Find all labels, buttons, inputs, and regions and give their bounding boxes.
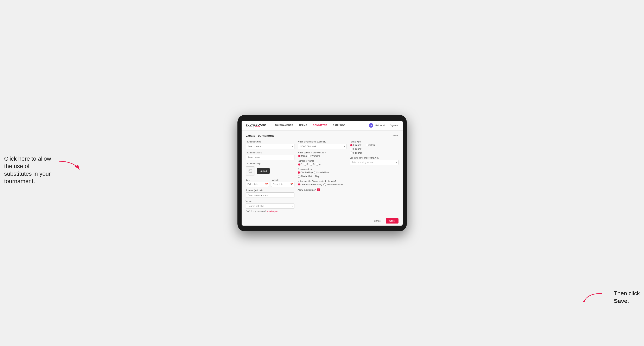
form-grid: Tournament Host Tournament name Tourname… — [246, 141, 398, 213]
tournament-name-group: Tournament name — [246, 152, 294, 160]
division-group: Which division is the event for? NCAA Di… — [298, 141, 346, 149]
nav-user: B blair admin | Sign out — [369, 123, 398, 128]
gender-womens[interactable]: Womens — [308, 155, 320, 157]
round-4-label: 4 — [319, 163, 320, 165]
format-6count5[interactable]: 6 count 5 — [350, 152, 398, 154]
gender-mens-radio[interactable] — [298, 155, 300, 157]
venue-select-wrapper — [246, 203, 294, 209]
scoring-match[interactable]: Match Play — [314, 171, 329, 174]
round-1-radio[interactable] — [298, 163, 300, 166]
tournament-host-group: Tournament Host — [246, 141, 294, 149]
gender-label: Which gender is the event for? — [298, 152, 346, 154]
scoring-medal-match-label: Medal Match Play — [301, 175, 319, 177]
start-date-group: date 📅 — [246, 178, 269, 187]
round-4[interactable]: 4 — [316, 163, 320, 166]
scoring-medal-match-radio[interactable] — [298, 175, 300, 178]
nav-links: TOURNAMENTS TEAMS COMMITTEE RANKINGS — [272, 121, 369, 131]
venue-email-link[interactable]: email support — [267, 210, 279, 213]
arrow-left — [57, 159, 82, 172]
division-label: Which division is the event for? — [298, 141, 346, 143]
end-date-wrapper: 📅 — [271, 182, 294, 187]
tournament-logo-group: Tournament logo Upload — [246, 163, 294, 175]
format-other-label: Other — [370, 144, 375, 146]
gender-womens-label: Womens — [311, 155, 320, 157]
teams-radio[interactable] — [298, 183, 300, 186]
scoring-stroke-radio[interactable] — [298, 171, 300, 174]
gender-radio-group: Mens Womens — [298, 155, 346, 157]
scoring-label: Scoring system — [298, 168, 346, 170]
cancel-button[interactable]: Cancel — [372, 218, 384, 223]
venue-input[interactable] — [246, 203, 294, 209]
gender-mens[interactable]: Mens — [298, 155, 307, 157]
end-date-icon: 📅 — [290, 183, 293, 185]
format-other[interactable]: Other — [366, 144, 375, 146]
format-6count4[interactable]: 6 count 4 — [350, 148, 398, 150]
substitutes-checkbox-label[interactable]: Allow substitutes? — [298, 188, 346, 191]
gender-group: Which gender is the event for? Mens Wome… — [298, 152, 346, 157]
nav-rankings[interactable]: RANKINGS — [330, 121, 348, 131]
scoring-stroke[interactable]: Stroke Play — [298, 171, 313, 174]
individuals-radio[interactable] — [323, 183, 326, 186]
annotation-right-line2: Save. — [614, 298, 629, 304]
venue-group: Venue Can't find your venue? email suppo… — [246, 200, 294, 213]
format-other-radio[interactable] — [366, 144, 368, 146]
round-3-radio[interactable] — [310, 163, 312, 166]
format-5count4-radio[interactable] — [350, 144, 352, 146]
round-1[interactable]: 1 — [298, 163, 302, 166]
back-link[interactable]: ‹ Back — [392, 134, 398, 137]
api-label: Use third-party live scoring API? — [350, 157, 398, 159]
teams-plus-individuals[interactable]: Teams (+Individuals) — [298, 183, 322, 186]
round-2[interactable]: 2 — [304, 163, 308, 166]
page-content: Create Tournament ‹ Back Tournament Host… — [242, 131, 403, 216]
format-6count5-radio[interactable] — [350, 152, 352, 154]
rounds-radio-group: 1 2 3 4 — [298, 163, 346, 166]
venue-hint: Can't find your venue? email support — [246, 210, 294, 213]
rounds-group: Number of rounds 1 2 — [298, 160, 346, 166]
round-3[interactable]: 3 — [310, 163, 314, 166]
individuals-only[interactable]: Individuals Only — [323, 183, 343, 186]
date-group: date 📅 End date 📅 — [246, 178, 294, 187]
page-footer: Cancel Save — [242, 216, 403, 226]
tournament-logo-label: Tournament logo — [246, 163, 294, 165]
signout-link[interactable]: Sign out — [390, 124, 398, 127]
nav-teams[interactable]: TEAMS — [296, 121, 310, 131]
division-select[interactable]: NCAA Division I NCAA Division II NCAA Di… — [298, 144, 346, 149]
scoring-match-radio[interactable] — [314, 171, 317, 174]
annotation-left-text: Click here to allow the use of substitut… — [4, 156, 51, 184]
round-4-radio[interactable] — [316, 163, 318, 166]
gender-mens-label: Mens — [301, 155, 307, 157]
api-group: Use third-party live scoring API? Select… — [350, 157, 398, 165]
rounds-label: Number of rounds — [298, 160, 346, 162]
save-button[interactable]: Save — [386, 218, 398, 223]
sponsor-input[interactable] — [246, 192, 294, 198]
tournament-host-input[interactable] — [246, 144, 294, 149]
sponsor-group: Sponsor (optional) — [246, 189, 294, 198]
teams-individuals-group: Is this event for Teams and/or Individua… — [298, 180, 346, 186]
round-2-radio[interactable] — [304, 163, 306, 166]
form-col-3: Format type 5 count 4 Other — [350, 141, 398, 213]
scoring-match-label: Match Play — [318, 171, 329, 173]
end-date-group: End date 📅 — [271, 178, 294, 187]
svg-point-3 — [249, 170, 250, 171]
substitutes-checkbox[interactable] — [317, 188, 320, 191]
substitutes-label: Allow substitutes? — [298, 189, 316, 191]
tournament-name-input[interactable] — [246, 155, 294, 160]
format-6count4-radio[interactable] — [350, 148, 352, 150]
end-date-label: End date — [271, 179, 279, 181]
scoring-service-select[interactable]: Select a scoring service — [350, 160, 398, 165]
format-5count4-label: 5 count 4 — [353, 144, 362, 146]
nav-committee[interactable]: COMMITTEE — [310, 121, 330, 131]
nav-logo: SCOREBOARD Powered by clippd — [246, 123, 266, 128]
gender-womens-radio[interactable] — [308, 155, 310, 157]
nav-tournaments[interactable]: TOURNAMENTS — [272, 121, 296, 131]
page-title: Create Tournament — [246, 134, 274, 137]
nav-divider: | — [388, 124, 388, 127]
venue-label: Venue — [246, 200, 294, 202]
logo-upload-area: Upload — [246, 167, 294, 175]
scoring-medal-match[interactable]: Medal Match Play — [298, 175, 319, 178]
upload-button[interactable]: Upload — [257, 168, 270, 174]
teams-label: Teams (+Individuals) — [301, 183, 322, 186]
format-6count5-label: 6 count 5 — [353, 152, 362, 154]
user-avatar: B — [369, 123, 373, 128]
format-5count4[interactable]: 5 count 4 — [350, 144, 362, 146]
